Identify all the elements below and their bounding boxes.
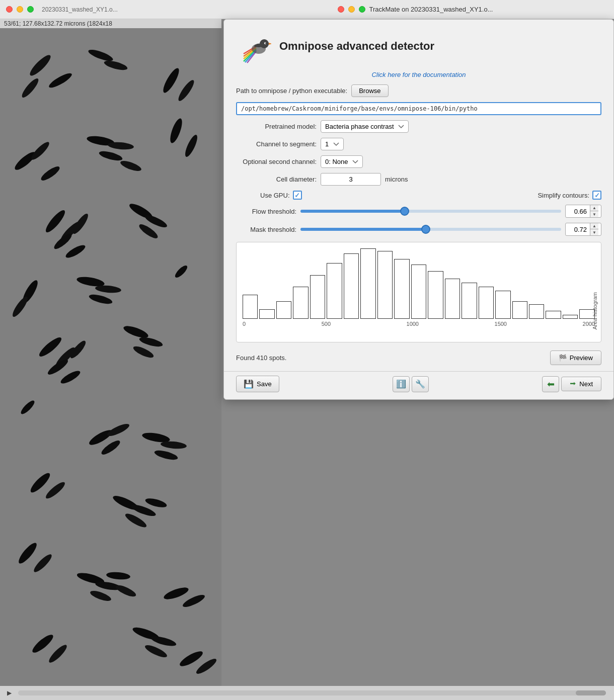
panel-title: Omnipose advanced detector xyxy=(279,40,434,53)
histogram-bar-3 xyxy=(293,287,308,319)
flow-threshold-up[interactable]: ▲ xyxy=(590,205,598,211)
use-gpu-label: Use GPU: xyxy=(260,192,290,199)
image-close-btn[interactable] xyxy=(6,6,13,13)
microscope-image xyxy=(0,0,221,700)
back-arrow-icon: ⬅ xyxy=(547,379,555,390)
pretrained-model-row: Pretrained model: Bacteria phase contras… xyxy=(236,120,601,133)
optional-channel-select[interactable]: 0: None 1 2 xyxy=(321,155,363,168)
back-button[interactable]: ⬅ xyxy=(542,376,559,392)
mask-threshold-spinner: ▲ ▼ xyxy=(590,223,598,235)
image-max-btn[interactable] xyxy=(27,6,34,13)
save-icon: 💾 xyxy=(244,379,254,389)
pretrained-model-select[interactable]: Bacteria phase contrast Bacteria fluores… xyxy=(321,120,409,133)
svg-rect-0 xyxy=(0,0,221,700)
histogram-bar-10 xyxy=(411,265,426,319)
play-button[interactable]: ▶ xyxy=(4,688,14,698)
histogram-bar-16 xyxy=(512,301,527,319)
histogram-y-label: Area histogram xyxy=(592,292,598,330)
mask-threshold-thumb[interactable] xyxy=(421,225,430,234)
scrollbar-track[interactable] xyxy=(18,690,606,695)
preview-button[interactable]: 🏁 Preview xyxy=(550,351,601,365)
histogram-bar-17 xyxy=(529,304,544,319)
mask-threshold-label: Mask threshold: xyxy=(236,226,296,233)
optional-channel-row: Optional second channel: 0: None 1 2 xyxy=(236,155,601,168)
title-bar: 20230331_washed_XY1.o... TrackMate on 20… xyxy=(0,0,614,19)
settings-button[interactable]: 🔧 xyxy=(412,376,429,392)
mask-threshold-value-box: ▲ ▼ xyxy=(565,223,601,236)
flow-threshold-input[interactable] xyxy=(566,206,590,217)
scrollbar-thumb[interactable] xyxy=(576,690,606,695)
histogram-bar-5 xyxy=(327,263,342,319)
svg-point-75 xyxy=(260,39,269,48)
mask-threshold-track[interactable] xyxy=(300,228,561,231)
tm-close-btn[interactable] xyxy=(338,6,344,13)
wrench-icon: 🔧 xyxy=(415,379,425,389)
use-gpu-checkbox[interactable] xyxy=(293,191,302,200)
documentation-link[interactable]: Click here for the documentation xyxy=(224,69,613,84)
channel-segment-select[interactable]: 1 2 3 xyxy=(321,138,344,150)
histogram-section: 0 500 1000 1500 2000 Area histogram xyxy=(236,242,601,342)
use-gpu-group: Use GPU: xyxy=(260,191,302,200)
preview-icon: 🏁 xyxy=(559,354,567,362)
mask-threshold-down[interactable]: ▼ xyxy=(590,229,598,235)
tm-min-btn[interactable] xyxy=(348,6,355,13)
trackmate-panel: Omnipose advanced detector Click here fo… xyxy=(223,19,614,400)
preview-label: Preview xyxy=(570,354,593,362)
cell-diameter-row: Cell diameter: microns xyxy=(236,173,601,186)
svg-marker-76 xyxy=(269,43,271,45)
histogram-bar-12 xyxy=(445,279,460,319)
channel-segment-row: Channel to segment: 1 2 3 xyxy=(236,138,601,150)
mask-threshold-input[interactable] xyxy=(566,224,590,235)
histogram-bar-9 xyxy=(394,259,409,319)
histogram-bar-8 xyxy=(377,251,393,319)
panel-header: Omnipose advanced detector xyxy=(224,20,613,69)
trackmate-logo xyxy=(236,29,271,64)
flow-threshold-track[interactable] xyxy=(300,210,561,213)
histogram-bar-0 xyxy=(243,295,258,319)
simplify-contours-group: Simplify contours: xyxy=(538,191,601,200)
histogram-bars xyxy=(241,248,597,319)
trackmate-window-title: TrackMate on 20230331_washed_XY1.o... xyxy=(369,6,493,13)
image-status-bar: 53/61; 127.68x132.72 microns (1824x18 xyxy=(0,19,221,28)
image-min-btn[interactable] xyxy=(17,6,23,13)
mask-threshold-row: Mask threshold: ▲ ▼ xyxy=(236,223,601,236)
svg-point-78 xyxy=(265,43,266,44)
histogram-bar-2 xyxy=(276,301,291,319)
found-spots-text: Found 410 spots. xyxy=(236,354,286,362)
histogram-bar-15 xyxy=(495,291,510,319)
form-section: Path to omnipose / python executable: Br… xyxy=(224,84,613,236)
hist-x-1000: 1000 xyxy=(407,321,419,327)
histogram-bar-14 xyxy=(479,287,494,319)
cell-diameter-input[interactable] xyxy=(321,173,381,186)
next-button[interactable]: ⮕ Next xyxy=(561,377,601,391)
histogram-bar-4 xyxy=(310,275,325,319)
histogram-bar-13 xyxy=(462,283,477,319)
simplify-contours-checkbox[interactable] xyxy=(592,191,601,200)
cell-diameter-label: Cell diameter: xyxy=(236,176,317,183)
flow-threshold-row: Flow threshold: ▲ ▼ xyxy=(236,205,601,218)
simplify-contours-label: Simplify contours: xyxy=(538,192,589,199)
histogram-bar-19 xyxy=(563,315,578,319)
path-label: Path to omnipose / python executable: xyxy=(236,87,347,95)
save-label: Save xyxy=(257,380,272,388)
bottom-area: ▶ xyxy=(0,686,614,700)
hist-x-1500: 1500 xyxy=(495,321,507,327)
toolbar-center: ℹ️ 🔧 xyxy=(393,376,429,392)
path-input[interactable] xyxy=(236,102,601,115)
info-button[interactable]: ℹ️ xyxy=(393,376,410,392)
cell-diameter-units: microns xyxy=(385,176,408,183)
flow-threshold-thumb[interactable] xyxy=(400,207,409,216)
flow-threshold-down[interactable]: ▼ xyxy=(590,211,598,217)
info-icon: ℹ️ xyxy=(396,379,406,389)
status-row: Found 410 spots. 🏁 Preview xyxy=(224,346,613,369)
histogram-bar-6 xyxy=(344,253,359,319)
histogram-bar-7 xyxy=(360,248,375,319)
browse-button[interactable]: Browse xyxy=(351,84,388,97)
tm-max-btn[interactable] xyxy=(359,6,365,13)
flow-threshold-value-box: ▲ ▼ xyxy=(565,205,601,218)
optional-channel-label: Optional second channel: xyxy=(236,158,317,165)
mask-threshold-up[interactable]: ▲ xyxy=(590,223,598,229)
image-window-title: 20230331_washed_XY1.o... xyxy=(42,6,118,13)
image-window-controls: 20230331_washed_XY1.o... xyxy=(0,6,216,13)
save-button[interactable]: 💾 Save xyxy=(236,376,279,392)
